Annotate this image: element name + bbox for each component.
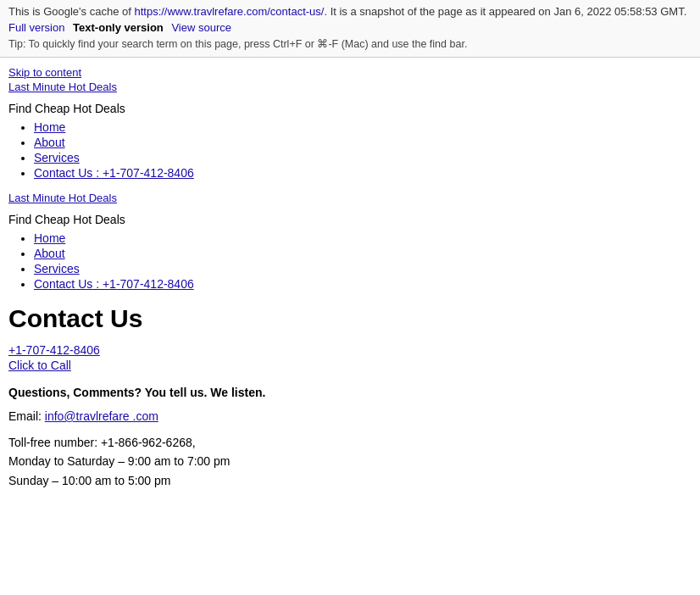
nav2-about-link[interactable]: About: [34, 247, 65, 260]
nav2-item-contact: Contact Us : +1-707-412-8406: [34, 277, 692, 291]
nav2-item-services: Services: [34, 262, 692, 275]
nav1-home-link[interactable]: Home: [34, 120, 65, 134]
cached-url-link[interactable]: https://www.travlrefare.com/contact-us/: [134, 5, 324, 18]
find-cheap-heading-1: Find Cheap Hot Deals: [8, 102, 692, 115]
nav-menu-2: Home About Services Contact Us : +1-707-…: [8, 231, 692, 291]
skip-to-content-link[interactable]: Skip to content: [8, 66, 692, 79]
contact-us-heading: Contact Us: [8, 304, 692, 333]
nav2-services-link[interactable]: Services: [34, 262, 80, 275]
last-minute-hot-deals-link-2[interactable]: Last Minute Hot Deals: [8, 192, 692, 204]
nav1-contact-link[interactable]: Contact Us : +1-707-412-8406: [34, 166, 194, 180]
toll-free-number: Toll-free number: +1-866-962-6268,: [8, 436, 196, 449]
view-source-link[interactable]: View source: [171, 21, 231, 34]
click-to-call-link[interactable]: Click to Call: [8, 359, 692, 372]
main-content: Skip to content Last Minute Hot Deals Fi…: [0, 58, 700, 507]
tip-text: Tip: To quickly find your search term on…: [8, 37, 692, 50]
cache-notice: This is Google's cache of https://www.tr…: [8, 5, 692, 18]
nav-menu-1: Home About Services Contact Us : +1-707-…: [8, 120, 692, 180]
nav2-item-home: Home: [34, 231, 692, 245]
nav2-item-about: About: [34, 247, 692, 260]
nav1-about-link[interactable]: About: [34, 136, 65, 149]
cache-notice-suffix: . It is a snapshot of the page as it app…: [324, 5, 686, 18]
cache-bar: This is Google's cache of https://www.tr…: [0, 0, 700, 58]
nav1-item-contact: Contact Us : +1-707-412-8406: [34, 166, 692, 180]
text-only-version-label: Text-only version: [73, 21, 164, 34]
nav1-services-link[interactable]: Services: [34, 151, 80, 164]
hours-line1: Monday to Saturday – 9:00 am to 7:00 pm: [8, 454, 231, 468]
questions-text: Questions, Comments? You tell us. We lis…: [8, 386, 692, 399]
phone-link[interactable]: +1-707-412-8406: [8, 343, 692, 357]
cache-notice-prefix: This is Google's cache of: [8, 5, 134, 18]
section-divider-1: Last Minute Hot Deals Find Cheap Hot Dea…: [8, 192, 692, 291]
nav2-contact-link[interactable]: Contact Us : +1-707-412-8406: [34, 277, 194, 291]
nav2-home-link[interactable]: Home: [34, 231, 65, 245]
nav1-item-about: About: [34, 136, 692, 149]
find-cheap-heading-2: Find Cheap Hot Deals: [8, 213, 692, 226]
toll-free-info: Toll-free number: +1-866-962-6268, Monda…: [8, 433, 692, 490]
nav1-item-services: Services: [34, 151, 692, 164]
email-link[interactable]: info@travlrefare .com: [45, 409, 158, 423]
full-version-link[interactable]: Full version: [8, 21, 64, 34]
email-line: Email: info@travlrefare .com: [8, 409, 692, 423]
hours-line2: Sunday – 10:00 am to 5:00 pm: [8, 474, 170, 487]
last-minute-hot-deals-link-1[interactable]: Last Minute Hot Deals: [8, 81, 692, 93]
email-label: Email:: [8, 409, 45, 423]
nav1-item-home: Home: [34, 120, 692, 134]
version-links: Full version Text-only version View sour…: [8, 21, 692, 34]
